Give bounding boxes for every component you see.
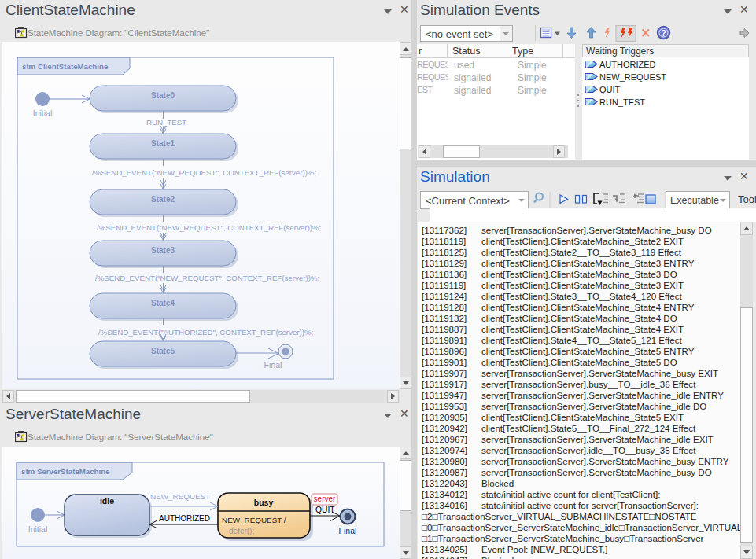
svg-text:State1: State1	[151, 139, 175, 148]
svg-text:/%SEND_EVENT("NEW_REQUEST", CO: /%SEND_EVENT("NEW_REQUEST", CONTEXT_REF(…	[92, 168, 316, 177]
svg-text:State3: State3	[151, 246, 175, 255]
svg-text:defer();: defer();	[229, 527, 254, 535]
svg-text:idle: idle	[100, 496, 114, 506]
svg-text:Initial: Initial	[28, 524, 48, 534]
svg-text:RUN_TEST: RUN_TEST	[146, 118, 186, 127]
svg-text:AUTHORIZED: AUTHORIZED	[159, 514, 210, 523]
svg-text:State2: State2	[151, 195, 175, 204]
svg-text:/%SEND_EVENT("AUTHORIZED", CON: /%SEND_EVENT("AUTHORIZED", CONTEXT_REF(s…	[98, 328, 313, 337]
svg-text:State4: State4	[151, 299, 175, 307]
svg-text:busy: busy	[254, 498, 274, 507]
svg-text:Final: Final	[264, 360, 282, 370]
svg-text:State0: State0	[151, 91, 175, 100]
svg-text:?: ?	[661, 29, 666, 38]
svg-text:Final: Final	[339, 526, 357, 535]
svg-text:QUIT: QUIT	[315, 506, 335, 514]
svg-text:stm ClientStateMachine: stm ClientStateMachine	[22, 62, 109, 71]
svg-text:NEW_REQUEST: NEW_REQUEST	[150, 492, 210, 501]
svg-text:/%SEND_EVENT("NEW_REQUEST", CO: /%SEND_EVENT("NEW_REQUEST", CONTEXT_REF(…	[95, 274, 319, 282]
svg-text:stm ServerStateMachine: stm ServerStateMachine	[21, 467, 110, 476]
svg-text:State5: State5	[151, 347, 175, 355]
svg-text:/%SEND_EVENT("NEW_REQUEST", CO: /%SEND_EVENT("NEW_REQUEST", CONTEXT_REF(…	[97, 223, 321, 232]
svg-text:NEW_REQUEST /: NEW_REQUEST /	[222, 516, 286, 524]
svg-text:Initial: Initial	[33, 108, 53, 118]
svg-text:server: server	[314, 495, 336, 503]
